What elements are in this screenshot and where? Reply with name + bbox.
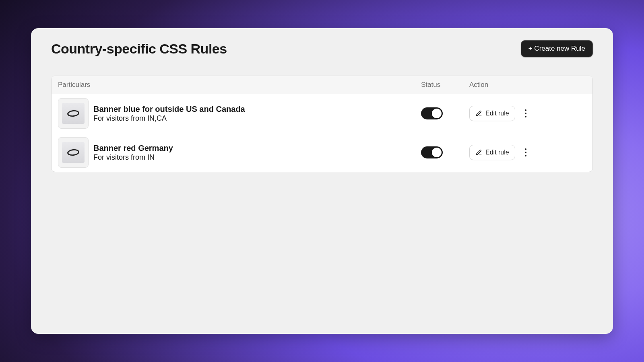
- rule-thumbnail: [58, 137, 89, 168]
- pencil-icon: [475, 149, 482, 156]
- header-row: Country-specific CSS Rules + Create new …: [51, 40, 593, 57]
- table-row: Banner blue for outside US and Canada Fo…: [52, 94, 592, 133]
- edit-rule-button[interactable]: Edit rule: [469, 106, 515, 121]
- table-header: Particulars Status Action: [52, 76, 592, 94]
- edit-rule-button[interactable]: Edit rule: [469, 145, 515, 160]
- column-header-action: Action: [469, 81, 586, 89]
- pencil-icon: [475, 110, 482, 117]
- rule-thumbnail: [58, 98, 89, 129]
- edit-rule-label: Edit rule: [485, 110, 509, 117]
- column-header-particulars: Particulars: [58, 81, 421, 89]
- rule-subtitle: For visitors from IN,CA: [93, 114, 245, 123]
- edit-rule-label: Edit rule: [485, 149, 509, 156]
- create-new-rule-button[interactable]: + Create new Rule: [521, 40, 593, 57]
- rules-table: Particulars Status Action Banner blue fo…: [51, 76, 593, 172]
- page-title: Country-specific CSS Rules: [51, 41, 227, 57]
- rule-title: Banner blue for outside US and Canada: [93, 105, 245, 114]
- main-panel: Country-specific CSS Rules + Create new …: [31, 28, 613, 334]
- column-header-status: Status: [421, 81, 469, 89]
- row-menu-button[interactable]: [522, 146, 530, 159]
- row-menu-button[interactable]: [522, 107, 530, 120]
- rule-subtitle: For visitors from IN: [93, 153, 173, 162]
- rule-title: Banner red Germany: [93, 144, 173, 153]
- status-toggle[interactable]: [421, 146, 443, 158]
- status-toggle[interactable]: [421, 107, 443, 119]
- table-row: Banner red Germany For visitors from IN …: [52, 133, 592, 172]
